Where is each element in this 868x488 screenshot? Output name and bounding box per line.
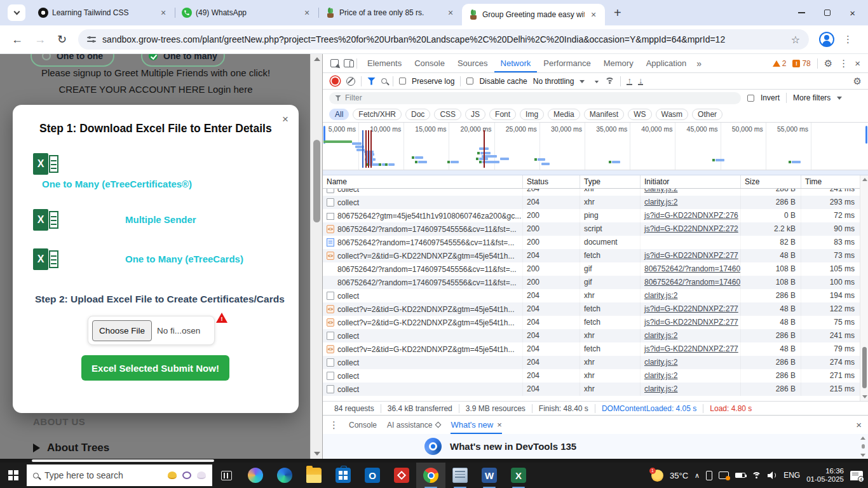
scroll-up-icon[interactable] — [860, 437, 865, 440]
tab-search-button[interactable] — [8, 4, 25, 21]
taskbar-app-devexpress[interactable] — [387, 463, 416, 488]
type-filter-font[interactable]: Font — [489, 109, 516, 120]
tab-group-greeting-active[interactable]: Group Greeting made easy wit × — [462, 4, 605, 25]
type-filter-other[interactable]: Other — [692, 109, 722, 120]
network-request-row[interactable]: <>collect?v=2&tid=G-KD22NDNXPZ&gtm=45je5… — [323, 342, 868, 356]
network-request-row[interactable]: collect204xhrclarity.js:2286 B271 ms — [323, 369, 868, 383]
excel-file-icon[interactable]: X — [33, 153, 58, 175]
url-text[interactable]: sandbox.grow-trees.com/plant/greetNew.ph… — [102, 34, 791, 44]
network-request-row[interactable]: collect204xhrclarity.js:2286 B241 ms — [323, 329, 868, 342]
taskbar-app-word[interactable]: W — [475, 463, 504, 488]
network-conditions-icon[interactable] — [605, 78, 614, 85]
file-input[interactable]: Choose File No fi...osen — [88, 316, 215, 345]
excel-file-icon[interactable]: X — [33, 248, 58, 270]
taskbar-app-excel[interactable]: X — [504, 463, 533, 488]
devtools-tab-network[interactable]: Network — [494, 54, 538, 72]
preserve-log-checkbox[interactable] — [399, 78, 406, 85]
one-to-one-button[interactable]: One to one — [31, 54, 114, 67]
column-header-initiator[interactable]: Initiator — [641, 175, 741, 188]
clear-network-log-icon[interactable] — [346, 77, 355, 86]
etree-cards-link[interactable]: One to Many (eTreeCards) — [125, 254, 243, 264]
initiator-link[interactable]: js?id=G-KD22NDNXPZ:272 — [644, 224, 738, 233]
devtools-tab-application[interactable]: Application — [640, 54, 693, 72]
one-to-many-button[interactable]: One to many — [141, 54, 225, 67]
scroll-down-icon[interactable] — [314, 452, 320, 456]
devtools-tab-elements[interactable]: Elements — [361, 54, 408, 72]
close-window-icon[interactable]: × — [850, 8, 855, 18]
type-filter-doc[interactable]: Doc — [405, 109, 430, 120]
taskbar-app-chrome-active[interactable] — [416, 463, 445, 488]
close-tab-icon[interactable]: × — [445, 8, 456, 18]
notification-center-icon[interactable]: 4 — [850, 471, 863, 480]
scroll-up-icon[interactable] — [314, 57, 320, 61]
excel-submit-button[interactable]: Excel Selected Submit Now! — [81, 355, 229, 381]
browser-menu-icon[interactable]: ⋮ — [843, 34, 853, 45]
scrollbar-thumb[interactable] — [313, 140, 320, 222]
initiator-link[interactable]: 806752642/?random=17460 — [644, 278, 740, 287]
phone-link-icon[interactable] — [706, 471, 712, 480]
throttling-select[interactable]: No throttling — [533, 77, 574, 86]
drawer-close-icon[interactable]: × — [856, 419, 862, 430]
drawer-scrollbar[interactable] — [860, 435, 866, 458]
tab-price-of-tree[interactable]: Price of a tree only 85 rs. × — [319, 0, 462, 25]
multiple-sender-link[interactable]: Multiple Sender — [125, 214, 196, 225]
initiator-link[interactable]: js?id=G-KD22NDNXPZ:277 — [644, 251, 738, 260]
type-filter-all[interactable]: All — [329, 109, 349, 120]
taskbar-app-copilot[interactable] — [241, 463, 270, 488]
initiator-link[interactable]: clarity.js:2 — [644, 291, 677, 300]
taskbar-app-outlook[interactable]: O — [358, 463, 387, 488]
initiator-link[interactable]: js?id=G-KD22NDNXPZ:277 — [644, 304, 738, 313]
temperature-label[interactable]: 35°C — [670, 471, 688, 480]
start-button[interactable] — [0, 463, 27, 488]
minimize-icon[interactable] — [798, 12, 805, 13]
taskbar-search-box[interactable]: Type here to search — [27, 464, 212, 486]
type-filter-media[interactable]: Media — [548, 109, 580, 120]
inspect-element-icon[interactable] — [330, 59, 339, 67]
maximize-icon[interactable] — [824, 10, 831, 16]
task-view-icon[interactable] — [221, 471, 232, 480]
language-indicator[interactable]: ENG — [783, 471, 800, 480]
taskbar-app-edge[interactable] — [270, 463, 299, 488]
network-request-row[interactable]: 806752642?random=1746097545556&cv=11&fst… — [323, 236, 868, 249]
settings-gear-icon[interactable]: ⚙ — [824, 58, 832, 69]
network-request-row[interactable]: collect204xhrclarity.js:2286 B194 ms — [323, 289, 868, 302]
network-request-row[interactable]: collect204xhrclarity.js:2286 B215 ms — [323, 383, 868, 396]
timeline-right-handle[interactable] — [865, 126, 867, 144]
issues-badge[interactable]: !78 — [792, 59, 810, 68]
network-request-row[interactable]: 806752642/?random=1746097545556&cv=11&fs… — [323, 262, 868, 276]
scrollbar-thumb[interactable] — [32, 459, 214, 462]
invert-checkbox[interactable] — [747, 95, 754, 102]
drawer-tab-ai-assistance[interactable]: AI assistance — [387, 416, 440, 434]
scroll-down-icon[interactable] — [860, 454, 865, 457]
network-request-row[interactable]: <>806752642/?random=1746097545556&cv=11&… — [323, 222, 868, 236]
initiator-link[interactable]: clarity.js:2 — [644, 371, 677, 380]
search-icon[interactable] — [381, 78, 387, 84]
network-request-row[interactable]: 806752642?gtm=45je54t1h1v9108060746za200… — [323, 209, 868, 222]
choose-file-button[interactable]: Choose File — [92, 320, 152, 341]
initiator-link[interactable]: js?id=G-KD22NDNXPZ:277 — [644, 344, 738, 353]
drawer-tab-whats-new[interactable]: What's new× — [451, 416, 501, 434]
address-bar[interactable]: sandbox.grow-trees.com/plant/greetNew.ph… — [78, 29, 809, 50]
network-request-row[interactable]: collect204xhrclarity.js:2286 B274 ms — [323, 356, 868, 369]
forward-button[interactable]: → — [34, 33, 46, 46]
etree-certificates-link[interactable]: One to Many (eTreeCertificates®) — [42, 179, 192, 189]
screen-cast-icon[interactable] — [719, 471, 729, 479]
taskbar-app-notepad[interactable] — [445, 463, 475, 488]
wifi-icon[interactable] — [752, 472, 761, 479]
battery-icon[interactable] — [735, 473, 745, 478]
initiator-link[interactable]: clarity.js:2 — [644, 198, 677, 207]
close-tab-icon[interactable]: × — [497, 420, 502, 430]
network-request-row[interactable]: <>collect?v=2&tid=G-KD22NDNXPZ&gtm=45je5… — [323, 316, 868, 329]
type-filter-css[interactable]: CSS — [434, 109, 461, 120]
table-scrollbar[interactable] — [860, 175, 868, 401]
taskbar-app-file-explorer[interactable] — [299, 463, 329, 488]
type-filter-img[interactable]: Img — [520, 109, 544, 120]
excel-file-icon[interactable]: X — [33, 209, 58, 231]
network-settings-gear-icon[interactable]: ⚙ — [853, 76, 862, 87]
scroll-down-icon[interactable] — [862, 395, 867, 398]
scrollbar-thumb[interactable] — [862, 347, 867, 388]
page-scrollbar[interactable] — [310, 54, 322, 459]
network-request-row[interactable]: collect204xhrclarity.js:2286 B241 ms — [323, 189, 868, 196]
scroll-up-icon[interactable] — [862, 178, 867, 181]
close-tab-icon[interactable]: × — [302, 8, 312, 18]
